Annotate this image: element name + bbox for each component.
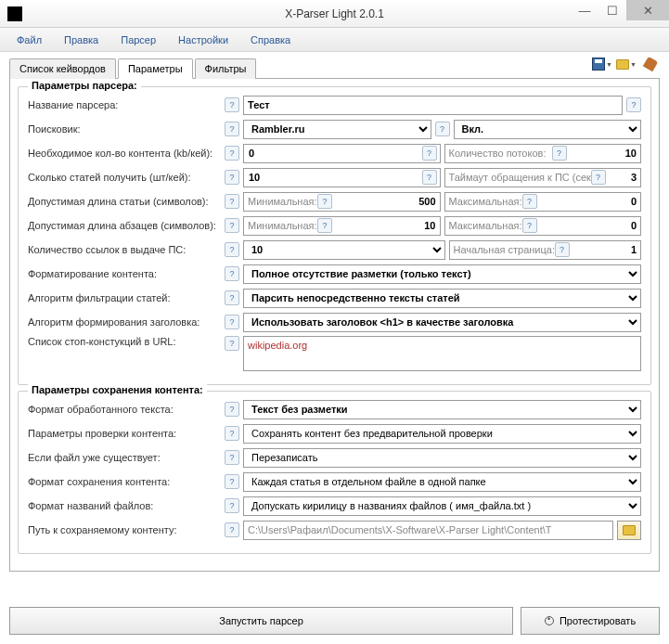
help-icon[interactable]: ? [552,146,567,161]
help-icon[interactable]: ? [225,170,239,185]
content-amount-input[interactable] [243,144,441,163]
save-params-group: Параметры сохранения контента: Формат об… [18,391,651,554]
save-path-input[interactable] [243,521,613,540]
menu-help[interactable]: Справка [241,31,300,49]
help-icon[interactable]: ? [225,474,239,489]
filename-format-select[interactable]: Допускать кирилицу в названиях файлов ( … [243,496,641,516]
file-exists-label: Если файл уже существует: [28,452,221,463]
para-max-input[interactable] [444,216,642,236]
parser-name-input[interactable] [243,96,623,115]
browse-button[interactable] [617,521,641,540]
run-parser-button[interactable]: Запустить парсер [9,607,513,635]
menu-file[interactable]: Файл [7,31,51,49]
article-min-input[interactable] [243,192,441,212]
content-amount-label: Необходимое кол-во контента (kb/кей): [28,148,221,159]
menu-edit[interactable]: Правка [55,31,108,49]
tabs: Список кейвордов Параметры Фильтры [9,58,660,79]
help-icon[interactable]: ? [317,218,332,233]
help-icon[interactable]: ? [225,498,239,513]
help-icon[interactable]: ? [225,266,239,281]
help-icon[interactable]: ? [422,170,437,185]
check-params-select[interactable]: Сохранять контент без предварительной пр… [243,424,641,444]
help-icon[interactable]: ? [626,97,641,112]
save-struct-select[interactable]: Каждая статья в отдельном файле в одной … [243,472,641,492]
timeout-input[interactable] [444,168,642,187]
articles-count-label: Сколько статей получить (шт/кей): [28,172,221,183]
tab-filters[interactable]: Фильтры [195,58,257,79]
stop-url-textarea[interactable]: wikipedia.org [243,336,641,371]
menu-settings[interactable]: Настройки [169,31,238,49]
help-icon[interactable]: ? [225,450,239,465]
save-legend: Параметры сохранения контента: [28,384,207,395]
text-format-label: Формат обработанного текста: [28,404,221,415]
help-icon[interactable]: ? [435,122,450,136]
folder-icon [623,525,636,535]
help-icon[interactable]: ? [225,146,239,161]
target-icon [545,616,554,625]
help-icon[interactable]: ? [225,97,239,112]
serp-links-select[interactable]: 10 [243,240,445,260]
engine-toggle-select[interactable]: Вкл. [454,120,642,139]
text-format-select[interactable]: Текст без разметки [243,400,641,419]
filename-format-label: Формат названий файлов: [28,500,221,511]
tab-params[interactable]: Параметры [118,58,193,79]
help-icon[interactable]: ? [225,426,239,441]
help-icon[interactable]: ? [422,146,437,161]
para-min-input[interactable] [243,216,441,236]
test-button[interactable]: Протестировать [521,607,660,635]
window-controls: — ☐ ✕ [571,0,669,20]
article-max-input[interactable] [444,192,642,212]
help-icon[interactable]: ? [225,242,239,257]
help-icon[interactable]: ? [522,194,537,209]
check-params-label: Параметры проверки контента: [28,428,221,439]
para-length-label: Допустимая длина абзацев (символов): [28,220,221,231]
help-icon[interactable]: ? [225,290,239,305]
articles-count-input[interactable] [243,168,441,187]
filter-alg-select[interactable]: Парсить непосредственно тексты статей [243,289,641,308]
parser-name-label: Название парсера: [28,99,221,110]
title-alg-select[interactable]: Использовать заголовок <h1> в качестве з… [243,313,641,332]
parser-params-group: Параметры парсера: Название парсера: ? ?… [18,86,651,385]
help-icon[interactable]: ? [225,122,239,136]
help-icon[interactable]: ? [522,218,537,233]
menu-parser[interactable]: Парсер [111,31,165,49]
close-button[interactable]: ✕ [626,0,669,20]
params-panel: Параметры парсера: Название парсера: ? ?… [9,79,660,572]
window-title: X-Parser Light 2.0.1 [285,7,384,20]
minimize-button[interactable]: — [571,0,598,20]
threads-input[interactable] [444,144,642,163]
save-path-label: Путь к сохраняемому контенту: [28,524,221,535]
help-icon[interactable]: ? [225,315,239,329]
help-icon[interactable]: ? [225,402,239,417]
content-format-label: Форматирование контента: [28,268,221,279]
save-struct-label: Формат сохранения контента: [28,476,221,487]
content-format-select[interactable]: Полное отсутствие разметки (только текст… [243,264,641,284]
titlebar: X-Parser Light 2.0.1 — ☐ ✕ [0,0,669,28]
help-icon[interactable]: ? [225,194,239,209]
menubar: Файл Правка Парсер Настройки Справка [0,28,669,52]
maximize-button[interactable]: ☐ [598,0,626,20]
app-icon [7,6,22,21]
help-icon[interactable]: ? [555,242,570,257]
help-icon[interactable]: ? [225,218,239,233]
startpage-input[interactable] [449,240,642,260]
engine-select[interactable]: Rambler.ru [243,120,431,139]
stop-url-label: Список стоп-констукций в URL: [28,336,221,347]
help-icon[interactable]: ? [591,170,606,185]
article-length-label: Допустимая длина статьи (символов): [28,196,221,207]
parser-legend: Параметры парсера: [28,80,141,91]
help-icon[interactable]: ? [317,194,332,209]
help-icon[interactable]: ? [225,336,239,351]
filter-alg-label: Алгоритм фильтрации статей: [28,292,221,303]
bottom-bar: Запустить парсер Протестировать [9,607,660,635]
file-exists-select[interactable]: Перезаписать [243,448,641,468]
tab-keywords[interactable]: Список кейвордов [9,58,116,79]
serp-links-label: Количество ссылок в выдаче ПС: [28,244,221,255]
engine-label: Поисковик: [28,123,221,135]
help-icon[interactable]: ? [225,522,239,537]
title-alg-label: Алгоритм формирования заголовка: [28,316,221,328]
